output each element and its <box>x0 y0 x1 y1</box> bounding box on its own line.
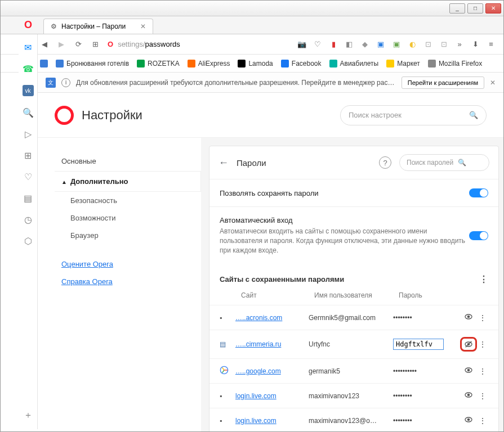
back-arrow-icon[interactable]: ← <box>218 157 229 169</box>
adblock-icon[interactable]: ▮ <box>329 40 338 49</box>
bookmark-item[interactable]: Mozilla Firefox <box>428 60 482 68</box>
ext-icon-3[interactable]: ▣ <box>376 40 385 49</box>
password-masked: •••••••• <box>393 392 412 400</box>
sidebar-advanced[interactable]: ▲Дополнительно <box>55 171 201 192</box>
site-link[interactable]: …..google.com <box>235 367 309 375</box>
download-icon[interactable]: ⬇ <box>471 40 480 49</box>
url-field[interactable]: O settings/passwords <box>108 40 289 48</box>
show-password-icon[interactable] <box>464 367 473 376</box>
password-row: ▪ …..acronis.com Germnik5@gmail.com ••••… <box>209 305 498 330</box>
allow-save-toggle[interactable] <box>469 188 488 197</box>
ext-icon-5[interactable]: ◐ <box>408 40 417 49</box>
messenger-icon[interactable]: ✉ <box>23 42 33 52</box>
nag-go-button[interactable]: Перейти к расширениям <box>402 76 484 89</box>
tab-close-icon[interactable]: ✕ <box>140 22 146 30</box>
add-rail-icon[interactable]: ＋ <box>23 410 33 420</box>
tab-settings[interactable]: ⚙ Настройки – Пароли ✕ <box>43 19 153 34</box>
sidebar-help-link[interactable]: Справка Opera <box>55 273 201 290</box>
bookmark-folder-icon[interactable] <box>40 60 48 68</box>
site-link[interactable]: login.live.com <box>235 392 309 400</box>
ext-icon-7[interactable]: ⊡ <box>439 40 448 49</box>
sidebar-basic[interactable]: Основные <box>55 151 201 171</box>
ext-icon-6[interactable]: ⊡ <box>423 40 432 49</box>
panel-title: Пароли <box>237 158 266 168</box>
col-user: Имя пользователя <box>314 291 399 299</box>
speed-dial-icon[interactable]: ⊞ <box>91 40 100 49</box>
password-row: …..google.com germanik5 •••••••••• ⋮ <box>209 358 498 383</box>
settings-sidebar: Основные ▲Дополнительно Безопасность Воз… <box>38 138 201 431</box>
heart-icon[interactable]: ♡ <box>313 40 322 49</box>
bookmark-item[interactable]: Маркет <box>386 60 420 68</box>
ext-icon-4[interactable]: ▣ <box>392 40 401 49</box>
bookmark-item[interactable]: Авиабилеты <box>329 60 379 68</box>
site-favicon: ▪ <box>220 392 235 400</box>
window-close[interactable]: ✕ <box>485 3 501 14</box>
password-masked: •••••••• <box>393 314 412 322</box>
opera-logo-icon[interactable]: O <box>24 19 32 31</box>
news-rail-icon[interactable]: ▤ <box>23 193 33 203</box>
tab-title: Настройки – Пароли <box>61 22 126 30</box>
allow-save-row: Позволять сохранять пароли <box>209 179 498 206</box>
overflow-icon[interactable]: » <box>455 40 464 49</box>
nag-text: Для обновления расширений требуются допо… <box>76 79 396 87</box>
reload-icon[interactable]: ⟳ <box>74 40 83 49</box>
bookmarks-rail-icon[interactable]: ♡ <box>23 172 33 182</box>
bookmark-item[interactable]: Бронювання готелів <box>56 60 129 68</box>
speeddial-rail-icon[interactable]: ⊞ <box>23 150 33 160</box>
section-menu-icon[interactable]: ⋮ <box>479 274 488 285</box>
info-icon: i <box>61 78 70 87</box>
auto-signin-toggle[interactable] <box>469 231 488 240</box>
settings-search[interactable]: Поиск настроек 🔍 <box>340 105 487 125</box>
window-maximize[interactable]: □ <box>467 3 483 14</box>
settings-opera-logo <box>55 106 74 125</box>
auto-signin-row: Автоматический вход Автоматически входит… <box>209 206 498 264</box>
password-row: ▪ login.live.com maximivanov123 ••••••••… <box>209 383 498 408</box>
site-link[interactable]: …..cimmeria.ru <box>235 340 309 348</box>
row-menu-icon[interactable]: ⋮ <box>477 392 488 400</box>
gear-icon: ⚙ <box>51 22 57 30</box>
sidebar-security[interactable]: Безопасность <box>55 192 201 209</box>
table-header: Сайт Имя пользователя Пароль <box>209 289 498 305</box>
extensions-rail-icon[interactable]: ⬡ <box>23 236 33 246</box>
sidebar-features[interactable]: Возможности <box>55 209 201 227</box>
show-password-icon[interactable] <box>464 416 473 426</box>
row-menu-icon[interactable]: ⋮ <box>477 313 488 322</box>
row-menu-icon[interactable]: ⋮ <box>477 416 488 425</box>
sidebar-rate-link[interactable]: Оцените Opera <box>55 255 201 273</box>
history-rail-icon[interactable]: ◷ <box>23 214 33 224</box>
username-cell: Urtyfnc <box>309 340 393 348</box>
col-pass: Пароль <box>399 291 488 299</box>
svg-point-7 <box>467 370 469 371</box>
row-menu-icon[interactable]: ⋮ <box>477 340 488 349</box>
sidebar-browser[interactable]: Браузер <box>55 227 201 244</box>
passwords-search[interactable]: Поиск паролей 🔍 <box>399 154 489 171</box>
ext-icon-2[interactable]: ◆ <box>360 40 369 49</box>
window-minimize[interactable]: _ <box>449 3 465 14</box>
bookmark-item[interactable]: Facebook <box>281 60 322 68</box>
send-rail-icon[interactable]: ▷ <box>23 129 33 139</box>
vk-icon[interactable]: vk <box>23 85 34 96</box>
window-titlebar: _ □ ✕ <box>1 1 503 16</box>
show-password-icon[interactable] <box>464 392 473 401</box>
nav-forward-icon[interactable]: ▶ <box>57 40 66 49</box>
password-input[interactable] <box>393 339 444 350</box>
search-rail-icon[interactable]: 🔍 <box>23 107 33 118</box>
ext-icon-1[interactable]: ◧ <box>345 40 354 49</box>
site-favicon <box>220 366 235 376</box>
nav-back-icon[interactable]: ◀ <box>40 40 49 49</box>
nag-close-icon[interactable]: ✕ <box>490 79 496 87</box>
password-row: ▤ …..cimmeria.ru Urtyfnc ⋮ <box>209 330 498 358</box>
row-menu-icon[interactable]: ⋮ <box>477 367 488 376</box>
help-icon[interactable]: ? <box>379 156 391 169</box>
hide-password-icon[interactable] <box>460 337 477 352</box>
site-link[interactable]: …..acronis.com <box>235 314 309 322</box>
camera-icon[interactable]: 📷 <box>297 40 306 49</box>
bookmark-item[interactable]: AliExpress <box>188 60 230 68</box>
easy-setup-icon[interactable]: ≡ <box>487 40 496 49</box>
site-link[interactable]: login.live.com <box>235 417 309 425</box>
show-password-icon[interactable] <box>464 313 473 323</box>
bookmark-item[interactable]: Lamoda <box>238 60 273 68</box>
whatsapp-icon[interactable]: ☎ <box>23 64 33 74</box>
password-row: ▪ login.live.com maximivanov123@o… •••••… <box>209 408 498 431</box>
bookmark-item[interactable]: ROZETKA <box>137 60 180 68</box>
